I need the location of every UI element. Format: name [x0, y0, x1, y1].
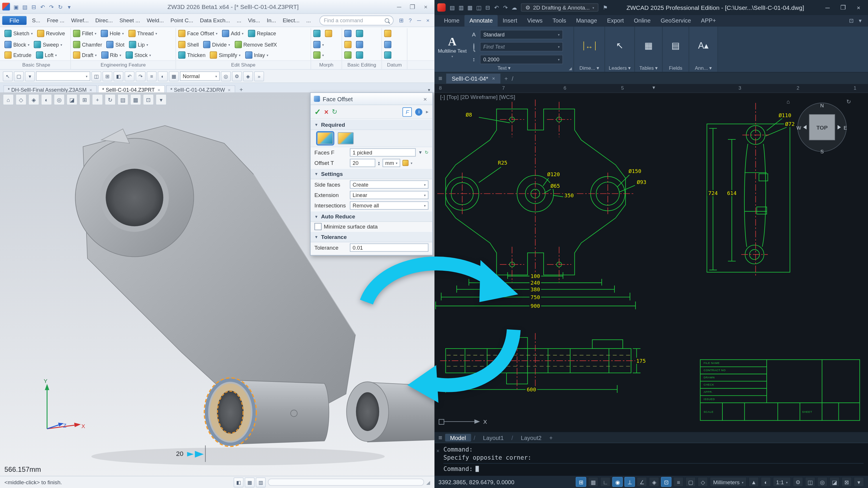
- compass-east-label[interactable]: E: [844, 125, 847, 131]
- zwcad-menu-tab-online[interactable]: Online: [629, 15, 656, 27]
- ribbon-block-button[interactable]: Block▾: [4, 41, 30, 48]
- variable-icon[interactable]: [402, 160, 408, 166]
- dynamic-input-icon[interactable]: ⊡: [661, 477, 672, 487]
- section-required[interactable]: ▼ Required: [311, 119, 432, 130]
- close-tab-icon[interactable]: ×: [492, 76, 495, 81]
- layer-icon[interactable]: ≡: [147, 71, 157, 81]
- panel-icon[interactable]: ▥: [256, 477, 266, 487]
- tab-list-chevron-icon[interactable]: ▾: [428, 87, 430, 92]
- panel-label-leaders[interactable]: Leaders ▾: [605, 65, 634, 71]
- panel-label-tables[interactable]: Tables ▾: [635, 65, 662, 71]
- offset-input[interactable]: 20: [350, 159, 375, 167]
- variable-dropdown-icon[interactable]: ▾: [411, 161, 412, 165]
- resize-grip[interactable]: ◢: [426, 479, 430, 485]
- new-tab-button[interactable]: +: [504, 75, 508, 82]
- zwcad-menu-tab-home[interactable]: Home: [439, 15, 465, 27]
- ribbon-loft-button[interactable]: Loft▾: [36, 52, 57, 59]
- ortho-icon[interactable]: ∟: [600, 477, 611, 487]
- wcs-control[interactable]: [WCS]: [499, 94, 515, 100]
- viewport-menu-control[interactable]: [-]: [440, 94, 445, 100]
- command-input-row[interactable]: Command:: [443, 463, 864, 473]
- lineweight-icon[interactable]: ≡: [673, 477, 684, 487]
- restore-button[interactable]: ❐: [406, 3, 419, 10]
- close-command-icon[interactable]: ×: [436, 448, 440, 454]
- panel-label-annotation[interactable]: Ann... ▾: [689, 65, 717, 71]
- zw3d-menu-tab[interactable]: Point C...: [167, 15, 197, 25]
- ribbon-stock-button[interactable]: Stock▾: [126, 52, 151, 59]
- zw3d-menu-tab[interactable]: Simul...: [314, 15, 317, 25]
- zwcad-menu-tab-annotate[interactable]: Annotate: [465, 15, 498, 27]
- layout-tab-layout1[interactable]: Layout1: [478, 434, 509, 442]
- multiline-text-button[interactable]: A Multiline Text ▾: [438, 29, 467, 64]
- more-tools-icon[interactable]: ▾: [155, 94, 166, 105]
- redo-icon[interactable]: ↷: [501, 4, 510, 10]
- layout-tab-layout2[interactable]: Layout2: [516, 434, 547, 442]
- ribbon-tool-button[interactable]: ▾: [313, 52, 324, 59]
- cloud-icon[interactable]: ☁: [510, 4, 519, 10]
- extension-select[interactable]: Linear▾: [350, 191, 429, 199]
- scale-combo[interactable]: 1:1 ▾: [773, 477, 791, 487]
- close-tab-icon[interactable]: ×: [157, 87, 160, 93]
- ribbon-add-button[interactable]: Add▾: [222, 30, 243, 37]
- section-auto-reduce[interactable]: ▼ Auto Reduce: [311, 211, 432, 222]
- apply-button[interactable]: ↻: [332, 108, 337, 116]
- zw3d-menu-tab[interactable]: Wiref...: [68, 15, 92, 25]
- zw3d-menu-tab[interactable]: S...: [29, 15, 44, 25]
- zw3d-menu-tab[interactable]: Direc...: [92, 15, 116, 25]
- zw3d-menu-tab[interactable]: Free ...: [44, 15, 68, 25]
- snap-icon[interactable]: ▦: [588, 477, 598, 487]
- compass-north-label[interactable]: N: [820, 103, 824, 108]
- ribbon-tool-button[interactable]: [344, 41, 352, 48]
- annotation-visibility-icon[interactable]: ▲: [748, 477, 759, 487]
- document-tab[interactable]: SellI-C-01-04* ×: [446, 73, 501, 83]
- select-arrow-icon[interactable]: ↖: [3, 71, 13, 81]
- isolate-icon[interactable]: ◎: [817, 477, 828, 487]
- find-text-input[interactable]: Find Text ▾: [480, 42, 563, 52]
- layout-menu-icon[interactable]: ≡: [438, 434, 442, 442]
- new-file-icon[interactable]: ▤: [448, 4, 457, 10]
- ribbon-fillet-button[interactable]: Fillet▾: [73, 30, 96, 37]
- background-icon[interactable]: ▤: [117, 94, 128, 105]
- ribbon-divide-button[interactable]: Divide▾: [203, 41, 230, 48]
- osnap-icon[interactable]: ⊥: [625, 477, 635, 487]
- exit-icon[interactable]: ⌂: [3, 94, 14, 105]
- faces-input[interactable]: 1 picked: [350, 149, 416, 157]
- intersections-select[interactable]: Remove all▾: [350, 201, 429, 210]
- settings-gear-icon[interactable]: ⚙: [232, 71, 242, 81]
- view-style-combo[interactable]: Normal▾: [180, 71, 220, 81]
- menu-burger-icon[interactable]: ≡: [438, 75, 442, 83]
- wireframe-mode-icon[interactable]: ◎: [54, 94, 65, 105]
- zw3d-menu-tab[interactable]: ...: [303, 15, 314, 25]
- zw3d-menu-tab[interactable]: Vis...: [245, 15, 264, 25]
- color-icon[interactable]: ◧: [114, 71, 123, 81]
- open-file-icon[interactable]: ▥: [457, 4, 466, 10]
- save-icon[interactable]: ▦: [465, 4, 474, 10]
- info-icon[interactable]: i: [415, 108, 423, 116]
- view-icon[interactable]: ◈: [243, 71, 253, 81]
- grid-icon[interactable]: ⊞: [102, 71, 112, 81]
- minimize-ribbon-icon[interactable]: ─: [415, 16, 424, 25]
- ribbon-face-offset-button[interactable]: Face Offset▾: [178, 30, 218, 37]
- clean-screen-icon[interactable]: ◪: [829, 477, 840, 487]
- ribbon-remove-selfx-button[interactable]: Remove SelfX: [235, 41, 277, 48]
- zw3d-menu-tab[interactable]: Elect...: [279, 15, 303, 25]
- close-tab-icon[interactable]: ×: [228, 87, 231, 93]
- side-faces-select[interactable]: Create▾: [350, 181, 429, 189]
- panel-launcher-icon[interactable]: ◢: [569, 67, 571, 71]
- ribbon-tool-button[interactable]: [356, 30, 363, 37]
- layout-grid-icon[interactable]: ⊞: [397, 16, 406, 25]
- polar-icon[interactable]: ◉: [613, 477, 623, 487]
- ribbon-simplify-button[interactable]: Simplify▾: [210, 52, 241, 59]
- print-icon[interactable]: ⊟: [29, 2, 38, 11]
- flag-icon[interactable]: ⚑: [601, 4, 610, 10]
- tolerance-input[interactable]: 0.01: [350, 243, 429, 252]
- grid-icon[interactable]: ⊞: [576, 477, 586, 487]
- new-layout-button[interactable]: +: [549, 434, 553, 441]
- tables-panel[interactable]: ▦ Tables ▾: [635, 27, 663, 72]
- face-option[interactable]: [338, 132, 354, 144]
- rotate-view-icon[interactable]: ↻: [104, 94, 116, 105]
- ribbon-tool-button[interactable]: [356, 41, 363, 48]
- snap-toggle-icon[interactable]: ⊡: [143, 94, 154, 105]
- zwcad-menu-tab-app-[interactable]: APP+: [696, 15, 721, 27]
- ribbon-chamfer-button[interactable]: Chamfer: [73, 41, 102, 48]
